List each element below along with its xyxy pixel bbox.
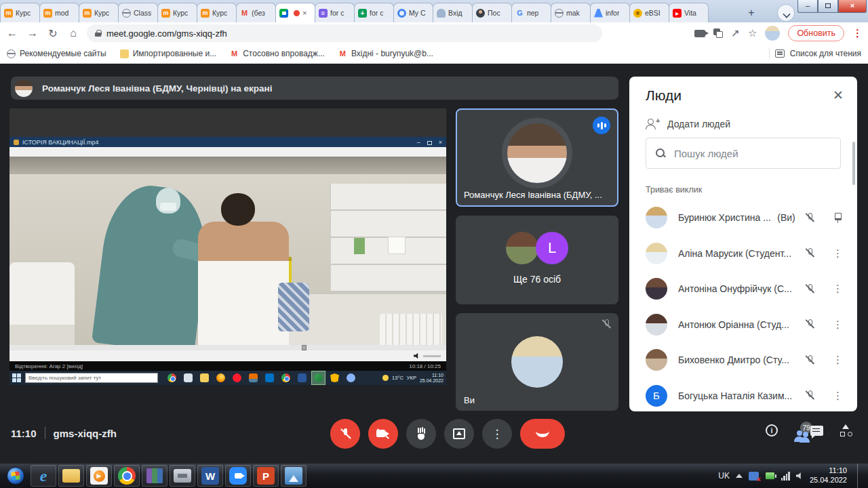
- shared-taskbar-app-icon: [184, 373, 193, 382]
- reload-icon[interactable]: ↻: [46, 27, 60, 40]
- forward-icon[interactable]: →: [26, 27, 39, 39]
- meeting-info-icon[interactable]: i: [766, 424, 778, 436]
- bookmark-item[interactable]: Импортированные и...: [120, 49, 217, 58]
- battery-icon[interactable]: [765, 472, 775, 480]
- add-people-button[interactable]: + Додати людей: [646, 119, 730, 129]
- desktop-taskbar: UK 11:10 25.04.2022: [0, 464, 868, 488]
- browser-tab[interactable]: (без ×: [236, 3, 276, 22]
- browser-tab[interactable]: Курс ×: [0, 3, 40, 22]
- more-options-icon[interactable]: ⋮: [833, 390, 842, 402]
- pin-icon[interactable]: [833, 213, 842, 223]
- translate-icon[interactable]: [713, 28, 723, 38]
- share-icon[interactable]: ↗: [731, 27, 740, 39]
- tab-title: Вхід: [448, 9, 462, 17]
- present-button[interactable]: [444, 419, 474, 449]
- browser-tab[interactable]: for c ×: [315, 3, 355, 22]
- participant-row[interactable]: Антоніна Онуфрійчук (С... ⋮: [629, 271, 857, 307]
- taskbar-app[interactable]: [58, 465, 84, 487]
- mic-off-button[interactable]: [330, 419, 360, 449]
- taskbar-app[interactable]: [142, 465, 167, 487]
- browser-tab[interactable]: ×: [275, 3, 315, 22]
- tab-title: Курс: [94, 9, 109, 17]
- speaker-tile[interactable]: Романчук Леся Іванівна (БДМУ, ...: [456, 108, 618, 207]
- self-tile[interactable]: Ви: [456, 313, 618, 411]
- participant-row[interactable]: Б Богуцька Наталія Казим... ⋮: [629, 378, 857, 412]
- participant-row[interactable]: Буринюк Христина ... (Ви) ⋮: [629, 200, 857, 236]
- meet-main: Романчук Леся Іванівна (БДМУ, Чернівці) …: [0, 64, 868, 464]
- participant-avatar: [646, 243, 667, 264]
- browser-tab[interactable]: Vita ×: [669, 3, 709, 22]
- window-close-button[interactable]: ×: [838, 0, 867, 13]
- more-options-icon[interactable]: ⋮: [833, 354, 842, 366]
- home-icon[interactable]: ⌂: [66, 27, 80, 39]
- browser-tab[interactable]: Курс ×: [157, 3, 197, 22]
- taskbar-app[interactable]: [3, 465, 28, 487]
- browser-tab[interactable]: My C ×: [393, 3, 433, 22]
- more-options-icon[interactable]: ⋮: [833, 319, 842, 331]
- browser-tab[interactable]: Курс ×: [197, 3, 237, 22]
- taskbar-app[interactable]: [253, 465, 279, 487]
- browser-tab[interactable]: Пос ×: [472, 3, 512, 22]
- tab-favicon-icon: [279, 9, 288, 18]
- browser-tab[interactable]: for c ×: [354, 3, 394, 22]
- window-minimize-button[interactable]: –: [797, 0, 818, 13]
- more-options-button[interactable]: ⋮: [482, 419, 512, 449]
- browser-tab[interactable]: Вхід ×: [433, 3, 473, 22]
- tray-expand-icon[interactable]: [736, 474, 743, 478]
- browser-tab[interactable]: Class ×: [118, 3, 158, 22]
- panel-scrollbar[interactable]: [852, 142, 855, 185]
- close-icon[interactable]: ✕: [833, 87, 844, 103]
- taskbar-app[interactable]: [31, 465, 56, 487]
- bookmark-star-icon[interactable]: ☆: [748, 27, 757, 39]
- taskbar-clock[interactable]: 11:10 25.04.2022: [810, 466, 847, 485]
- player-close-icon: ×: [439, 139, 442, 146]
- participant-row[interactable]: Аліна Марусик (Студент... ⋮: [629, 236, 857, 272]
- new-tab-button[interactable]: +: [743, 5, 760, 20]
- browser-tab[interactable]: mod ×: [39, 3, 79, 22]
- more-options-icon[interactable]: ⋮: [833, 283, 842, 295]
- taskbar-app[interactable]: [225, 465, 251, 487]
- tab-search-chevron-icon[interactable]: [777, 4, 795, 22]
- taskbar-app[interactable]: [86, 465, 112, 487]
- raise-hand-button[interactable]: [406, 419, 436, 449]
- activities-icon[interactable]: [840, 424, 853, 436]
- bookmark-item[interactable]: Стосовно впровадж...: [230, 49, 325, 58]
- more-participants-tile[interactable]: L Ще 76 осіб: [456, 216, 618, 304]
- taskbar-app[interactable]: [281, 465, 307, 487]
- people-search-input[interactable]: [674, 148, 810, 159]
- browser-tab[interactable]: Курс ×: [79, 3, 119, 22]
- taskbar-app[interactable]: [114, 465, 140, 487]
- browser-toolbar: ← → ↻ ⌂ meet.google.com/gms-xiqq-zfh ↗ ☆…: [0, 22, 868, 44]
- speaker-name: Романчук Леся Іванівна (БДМУ, ...: [464, 190, 610, 200]
- bookmark-item[interactable]: Вхідні - burynyuk@b...: [338, 49, 433, 58]
- network-error-icon[interactable]: [749, 472, 759, 481]
- window-restore-button[interactable]: [818, 0, 838, 13]
- more-options-icon[interactable]: ⋮: [833, 247, 842, 260]
- back-icon[interactable]: ←: [5, 27, 19, 39]
- taskbar-app[interactable]: [197, 465, 223, 487]
- browser-tab[interactable]: infor ×: [590, 3, 630, 22]
- participant-row[interactable]: Биховенко Дмитро (Сту... ⋮: [629, 342, 857, 378]
- browser-menu-icon[interactable]: ⋮: [852, 27, 863, 39]
- bookmark-item[interactable]: Рекомендуемые сайты: [7, 49, 106, 58]
- people-search[interactable]: [646, 138, 841, 169]
- update-chrome-button[interactable]: Обновить: [788, 25, 844, 41]
- show-desktop-button[interactable]: [857, 464, 864, 488]
- end-call-button[interactable]: [520, 419, 565, 449]
- signal-icon[interactable]: [781, 472, 790, 481]
- volume-icon[interactable]: [796, 472, 804, 480]
- profile-avatar[interactable]: [765, 26, 780, 41]
- camera-permission-icon[interactable]: [694, 30, 705, 37]
- browser-tab[interactable]: eBSI ×: [629, 3, 669, 22]
- reading-list[interactable]: Список для чтения: [769, 48, 861, 59]
- camera-off-button[interactable]: [368, 419, 398, 449]
- presentation-tile[interactable]: ІСТОРІЯ ВАКЦИНАЦІЇ.mp4 – ×: [9, 108, 446, 385]
- tab-close-icon[interactable]: ×: [302, 9, 307, 17]
- browser-tab[interactable]: пер ×: [511, 3, 551, 22]
- browser-tab[interactable]: mak ×: [551, 3, 591, 22]
- taskbar-app[interactable]: [170, 465, 195, 487]
- participant-row[interactable]: Антонюк Оріанна (Студ... ⋮: [629, 307, 857, 343]
- language-indicator[interactable]: UK: [718, 471, 730, 481]
- address-bar[interactable]: meet.google.com/gms-xiqq-zfh: [87, 24, 602, 42]
- chat-icon[interactable]: [810, 426, 823, 436]
